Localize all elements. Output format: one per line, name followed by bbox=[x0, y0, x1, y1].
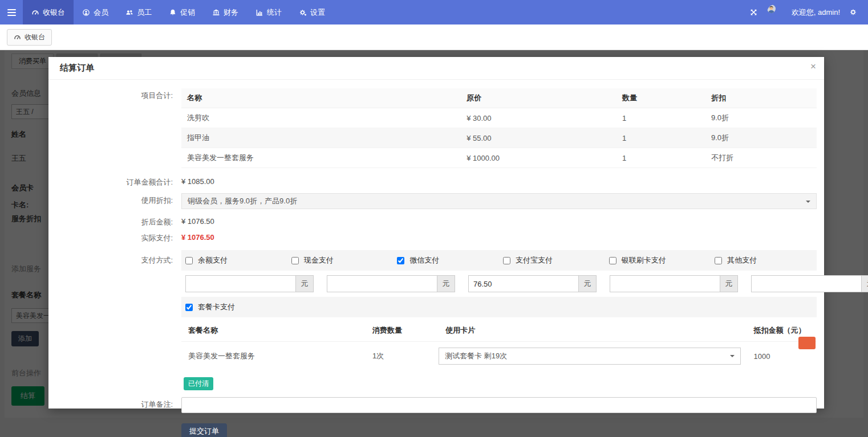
nav-item-promotion[interactable]: 促销 bbox=[160, 0, 204, 24]
alipay-amount-input[interactable] bbox=[610, 275, 720, 292]
actual-pay-value: ¥ 1076.50 bbox=[181, 231, 817, 242]
table-row: 指甲油 ¥ 55.00 1 9.0折 bbox=[181, 128, 817, 148]
nav-item-staff[interactable]: 员工 bbox=[117, 0, 160, 24]
pay-option-cash[interactable]: 现金支付 bbox=[287, 255, 394, 266]
package-card-pay-row: 套餐卡支付 bbox=[181, 297, 817, 317]
nav-label: 员工 bbox=[137, 7, 152, 18]
package-table: 套餐名称 消费数量 使用卡片 抵扣金额（元） 美容美发一整套服务 1次 测试套餐… bbox=[181, 317, 817, 371]
wechat-amount-input[interactable] bbox=[468, 275, 578, 292]
member-icon bbox=[82, 9, 90, 17]
pay-option-label: 现金支付 bbox=[304, 255, 334, 266]
welcome-text: 欢迎您, admin! bbox=[792, 7, 840, 18]
pay-option-alipay[interactable]: 支付宝支付 bbox=[499, 255, 605, 266]
items-col-discount: 折扣 bbox=[705, 88, 817, 108]
nav-item-member[interactable]: 会员 bbox=[74, 0, 117, 24]
sidebar-toggle-button[interactable] bbox=[0, 0, 23, 24]
item-qty: 1 bbox=[616, 148, 705, 168]
package-card-checkbox[interactable] bbox=[185, 304, 193, 311]
package-card-select-value: 测试套餐卡 剩19次 bbox=[445, 352, 507, 360]
dashboard-icon bbox=[31, 9, 39, 17]
item-name: 洗剪吹 bbox=[181, 108, 461, 128]
settings-gear-button[interactable] bbox=[849, 8, 858, 17]
balance-amount-input[interactable] bbox=[185, 275, 295, 292]
discounted-amount-label: 折后金额: bbox=[48, 215, 181, 227]
balance-checkbox[interactable] bbox=[185, 257, 193, 264]
pay-option-label: 微信支付 bbox=[409, 255, 439, 266]
package-card-pay-label: 套餐卡支付 bbox=[198, 302, 235, 312]
order-remark-input[interactable] bbox=[181, 397, 817, 413]
nav-label: 促销 bbox=[180, 7, 195, 18]
pkg-name: 美容美发一整套服务 bbox=[181, 345, 366, 368]
gear-icon bbox=[849, 8, 858, 17]
paid-status-badge: 已付清 bbox=[184, 377, 213, 390]
item-qty: 1 bbox=[616, 108, 705, 128]
item-name: 美容美发一整套服务 bbox=[181, 148, 461, 168]
nav-item-finance[interactable]: 财务 bbox=[204, 0, 247, 24]
item-discount: 不打折 bbox=[705, 148, 817, 168]
submit-order-button[interactable]: 提交订单 bbox=[181, 423, 227, 437]
pay-option-unionpay[interactable]: 银联刷卡支付 bbox=[605, 255, 711, 266]
nav-label: 统计 bbox=[267, 7, 282, 18]
table-row: 美容美发一整套服务 ¥ 1000.00 1 不打折 bbox=[181, 148, 817, 168]
pkg-deduct-amount: 1000 bbox=[747, 346, 817, 367]
pay-option-balance[interactable]: 余额支付 bbox=[181, 255, 287, 266]
unionpay-amount-input[interactable] bbox=[751, 275, 861, 292]
payment-method-label: 支付方式: bbox=[48, 250, 181, 266]
breadcrumb-cashier-button[interactable]: 收银台 bbox=[7, 29, 52, 46]
item-price: ¥ 30.00 bbox=[461, 108, 616, 128]
table-row: 美容美发一整套服务 1次 测试套餐卡 剩19次 1000 bbox=[181, 342, 817, 371]
pkg-qty: 1次 bbox=[366, 345, 439, 368]
wechat-checkbox[interactable] bbox=[397, 257, 404, 264]
nav-item-statistics[interactable]: 统计 bbox=[247, 0, 290, 24]
hamburger-icon bbox=[7, 7, 16, 18]
table-row: 洗剪吹 ¥ 30.00 1 9.0折 bbox=[181, 108, 817, 128]
breadcrumb: 收银台 bbox=[0, 24, 868, 50]
nav-item-settings[interactable]: 设置 bbox=[290, 0, 334, 24]
pay-option-other[interactable]: 其他支付 bbox=[711, 255, 817, 266]
items-col-price: 原价 bbox=[461, 88, 616, 108]
pay-option-label: 余额支付 bbox=[198, 255, 228, 266]
dashboard-icon bbox=[14, 34, 21, 41]
discount-select-value: 铜级会员，服务9.0折，产品9.0折 bbox=[188, 197, 297, 205]
close-icon[interactable]: × bbox=[810, 62, 816, 71]
modal-title: 结算订单 bbox=[60, 63, 94, 73]
item-discount: 9.0折 bbox=[705, 128, 817, 148]
nav-label: 财务 bbox=[224, 7, 238, 18]
package-card-select[interactable]: 测试套餐卡 剩19次 bbox=[439, 348, 741, 365]
breadcrumb-label: 收银台 bbox=[25, 32, 45, 42]
fullscreen-button[interactable] bbox=[749, 8, 758, 17]
nav-label: 设置 bbox=[310, 7, 325, 18]
pkg-col-card: 使用卡片 bbox=[439, 318, 747, 342]
modal-header: 结算订单 × bbox=[48, 57, 824, 80]
package-row-action-button[interactable] bbox=[798, 337, 816, 349]
alipay-checkbox[interactable] bbox=[503, 257, 510, 264]
discount-select[interactable]: 铜级会员，服务9.0折，产品9.0折 bbox=[181, 193, 817, 209]
yuan-addon: 元 bbox=[437, 275, 455, 292]
item-price: ¥ 55.00 bbox=[461, 128, 616, 148]
bank-icon bbox=[212, 9, 220, 17]
item-name: 指甲油 bbox=[181, 128, 461, 148]
items-total-label: 项目合计: bbox=[48, 88, 181, 101]
yuan-addon: 元 bbox=[295, 275, 314, 292]
nav-item-cashier[interactable]: 收银台 bbox=[23, 0, 74, 24]
cash-checkbox[interactable] bbox=[291, 257, 299, 264]
unionpay-checkbox[interactable] bbox=[609, 257, 616, 264]
actual-pay-label: 实际支付: bbox=[48, 231, 181, 243]
order-total-value: ¥ 1085.00 bbox=[181, 175, 817, 186]
main-menu: 收银台 会员 员工 促销 财务 统计 设置 bbox=[23, 0, 334, 24]
spacer bbox=[48, 423, 181, 426]
staff-icon bbox=[125, 9, 133, 17]
avatar bbox=[767, 5, 782, 20]
pay-option-wechat[interactable]: 微信支付 bbox=[393, 255, 499, 266]
expand-icon bbox=[749, 8, 758, 17]
other-checkbox[interactable] bbox=[715, 257, 722, 264]
items-col-name: 名称 bbox=[181, 88, 461, 108]
pay-option-label: 银联刷卡支付 bbox=[622, 255, 666, 266]
items-col-qty: 数量 bbox=[616, 88, 705, 108]
settle-order-modal: 结算订单 × 项目合计: 名称 原价 数量 折扣 bbox=[48, 57, 824, 409]
avatar-image bbox=[767, 5, 776, 13]
cash-amount-input[interactable] bbox=[327, 275, 437, 292]
yuan-addon: 元 bbox=[720, 275, 738, 292]
order-remark-label: 订单备注: bbox=[48, 397, 181, 410]
pay-option-label: 其他支付 bbox=[727, 255, 757, 266]
